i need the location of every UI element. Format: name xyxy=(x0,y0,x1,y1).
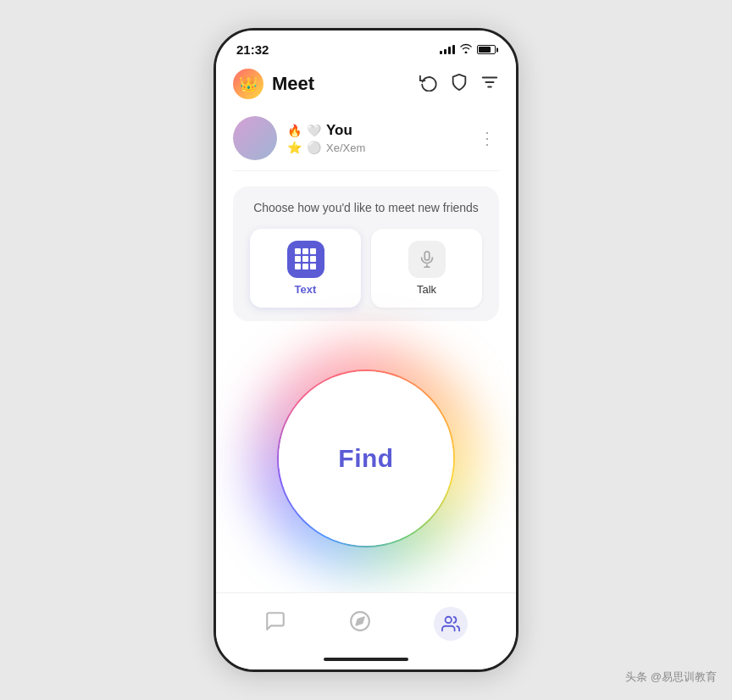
find-text: Find xyxy=(338,444,393,473)
content-area: Choose how you'd like to meet new friend… xyxy=(216,171,516,592)
status-time: 21:32 xyxy=(236,42,269,57)
bottom-nav xyxy=(216,592,516,653)
signal-bar-2 xyxy=(444,49,446,54)
profile-pronouns: Xe/Xem xyxy=(326,142,365,154)
filter-icon[interactable] xyxy=(480,73,499,96)
heart-emoji: 🤍 xyxy=(307,124,321,137)
history-icon[interactable] xyxy=(419,73,438,96)
signal-bar-1 xyxy=(440,51,442,54)
grid-dot xyxy=(302,264,308,269)
svg-marker-7 xyxy=(356,617,363,625)
profile-name: You xyxy=(326,122,352,139)
status-bar: 21:32 xyxy=(216,31,516,62)
home-indicator xyxy=(216,653,516,669)
nav-chat[interactable] xyxy=(251,605,300,642)
grid-dot xyxy=(302,248,308,254)
watermark: 头条 @易思训教育 xyxy=(625,669,717,685)
svg-rect-3 xyxy=(424,251,430,259)
grid-dot xyxy=(295,264,301,269)
grid-dot xyxy=(310,248,316,254)
explore-icon xyxy=(349,610,371,637)
more-options-button[interactable]: ⋮ xyxy=(475,125,499,152)
talk-mode-label: Talk xyxy=(417,283,436,296)
find-area: Find xyxy=(216,333,516,592)
signal-bars-icon xyxy=(440,45,455,54)
talk-mode-option[interactable]: Talk xyxy=(371,229,482,308)
grid-dot xyxy=(310,264,316,269)
choose-card: Choose how you'd like to meet new friend… xyxy=(233,186,499,321)
nav-explore[interactable] xyxy=(336,605,385,642)
grid-dot xyxy=(310,256,316,262)
text-mode-option[interactable]: Text xyxy=(250,229,361,308)
svg-point-8 xyxy=(446,617,452,623)
wifi-icon xyxy=(459,43,473,56)
app-header: 👑 Meet xyxy=(216,62,516,106)
profile-section: 🔥 🤍 You ⭐ ⚪ Xe/Xem ⋮ xyxy=(216,106,516,170)
signal-bar-4 xyxy=(452,45,455,54)
grid-dot xyxy=(295,248,301,254)
text-mode-label: Text xyxy=(295,283,317,296)
signal-bar-3 xyxy=(448,47,451,54)
nav-meet[interactable] xyxy=(420,602,481,646)
chat-icon xyxy=(264,610,286,637)
grid-icon xyxy=(295,248,316,269)
profile-name-row: 🔥 🤍 You xyxy=(287,122,475,139)
find-inner: Find xyxy=(279,371,453,546)
home-bar xyxy=(324,658,408,661)
profile-info: 🔥 🤍 You ⭐ ⚪ Xe/Xem xyxy=(287,122,475,154)
profile-pronouns-row: ⭐ ⚪ Xe/Xem xyxy=(287,141,475,154)
mode-options: Text Talk xyxy=(250,229,482,308)
app-title: Meet xyxy=(272,73,411,95)
find-button[interactable]: Find xyxy=(277,369,455,547)
header-icons xyxy=(419,73,499,96)
grid-dot xyxy=(295,256,301,262)
fire-emoji: 🔥 xyxy=(287,124,302,137)
choose-title: Choose how you'd like to meet new friend… xyxy=(250,200,482,217)
profile-avatar xyxy=(233,116,277,160)
battery-fill xyxy=(479,47,491,53)
status-icons xyxy=(440,43,496,56)
talk-mode-icon xyxy=(408,241,446,278)
battery-icon xyxy=(477,45,496,54)
star-emoji: ⭐ xyxy=(287,141,302,154)
meet-icon xyxy=(434,607,468,641)
grid-dot xyxy=(302,256,308,262)
phone-frame: 21:32 xyxy=(214,28,518,672)
circle-emoji: ⚪ xyxy=(307,141,321,154)
page-wrapper: 21:32 xyxy=(0,0,732,700)
shield-icon[interactable] xyxy=(450,73,469,96)
text-mode-icon xyxy=(287,241,324,278)
avatar-image xyxy=(233,116,277,160)
app-logo: 👑 xyxy=(233,69,263,99)
